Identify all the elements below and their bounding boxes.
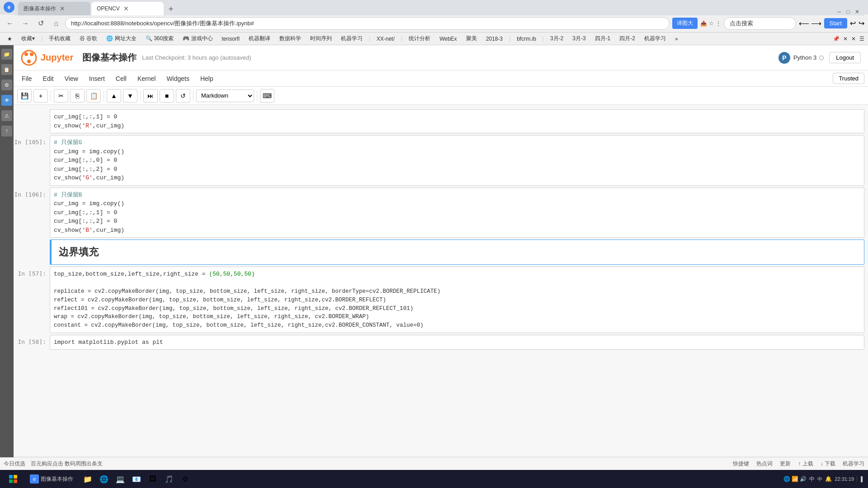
bookmark-more[interactable]: » <box>671 35 682 43</box>
bookmark-ml[interactable]: 机器学习 <box>337 34 366 43</box>
cut-cell-button[interactable]: ✂ <box>54 89 68 103</box>
taskbar-music-icon[interactable]: 🎵 <box>162 472 176 486</box>
bookmark-right-icon3[interactable]: ✕ <box>851 36 856 42</box>
settings-icon[interactable]: ⋮ <box>716 20 721 27</box>
maximize-button[interactable]: □ <box>844 8 852 15</box>
bookmark-webex[interactable]: WebEx <box>436 35 460 43</box>
new-tab-button[interactable]: + <box>165 3 177 15</box>
cell-content-58[interactable]: import matplotlib.pyplot as plt <box>50 335 864 350</box>
taskbar-folder-icon[interactable]: 📁 <box>80 472 95 486</box>
taskbar-item-1[interactable]: e 图像基本操作 <box>26 471 77 487</box>
sidebar-icon-4[interactable]: 👁 <box>1 95 12 106</box>
bookmark-360[interactable]: 🔍 360搜索 <box>142 34 177 43</box>
start-button[interactable]: Start <box>824 18 847 28</box>
markdown-cell-heading[interactable]: 边界填充 <box>50 239 864 265</box>
bookmark-google[interactable]: 谷 谷歌 <box>76 34 101 43</box>
menu-edit[interactable]: Edit <box>38 73 58 84</box>
show-desktop[interactable]: ▐ <box>857 476 863 482</box>
bookmark-right-icon4[interactable]: ☰ <box>859 36 864 42</box>
menu-help[interactable]: Help <box>196 73 218 84</box>
undo-icon[interactable]: ↩ <box>850 19 856 28</box>
tab-inactive[interactable]: 图像基本操作 ✕ <box>18 2 90 15</box>
sidebar-icon-1[interactable]: 📁 <box>1 49 12 60</box>
bookmark-stats[interactable]: 统计分析 <box>405 34 434 43</box>
sidebar-icon-5[interactable]: ⚠ <box>1 110 12 121</box>
bookmark-translate[interactable]: 机器翻译 <box>245 34 274 43</box>
menu-insert[interactable]: Insert <box>85 73 109 84</box>
stop-button[interactable]: ■ <box>160 89 174 103</box>
cell-type-select[interactable]: Markdown Code Raw NBConvert Heading <box>196 89 254 102</box>
bookmark-seq[interactable]: 时间序列 <box>307 34 335 43</box>
menu-file[interactable]: File <box>17 73 37 84</box>
menu-view[interactable]: View <box>60 73 83 84</box>
bookmark-icon[interactable]: ☆ <box>709 20 714 27</box>
bookmark-jm[interactable]: 聚美 <box>462 34 481 43</box>
cell-content-top[interactable]: cur_img[:,:,1] = 0 cv_show('R',cur_img) <box>50 109 864 133</box>
keyboard-shortcuts-button[interactable]: ⌨ <box>260 89 274 103</box>
bookmark-mar2[interactable]: 3月-2 <box>547 34 567 43</box>
sidebar-icon-2[interactable]: 📋 <box>1 64 12 75</box>
taskbar-mail-icon[interactable]: 📧 <box>129 472 144 486</box>
tab-active[interactable]: OPENCV ✕ <box>91 2 164 15</box>
bookmark-xx[interactable]: XX-net/ <box>373 35 398 43</box>
home-button[interactable]: ⌂ <box>50 17 62 30</box>
taskbar-code-icon[interactable]: 💻 <box>113 472 127 486</box>
move-down-button[interactable]: ▼ <box>123 89 137 103</box>
bookmark-mar3[interactable]: 3月-3 <box>569 34 589 43</box>
add-cell-button[interactable]: + <box>33 89 48 103</box>
menu-widgets[interactable]: Widgets <box>162 73 194 84</box>
notebook-content[interactable]: cur_img[:,:,1] = 0 cv_show('R',cur_img) … <box>14 105 868 456</box>
bookmark-star-icon[interactable]: ★ <box>4 35 16 43</box>
code-cell-106[interactable]: # 只保留B cur_img = img.copy() cur_img[:,:,… <box>50 188 864 238</box>
paste-cell-button[interactable]: 📋 <box>86 89 101 103</box>
bookmark-right-icon2[interactable]: ✕ <box>843 36 848 42</box>
logout-button[interactable]: Logout <box>829 52 861 63</box>
bookmark-bfcrm[interactable]: bfcrm.ib <box>513 35 540 43</box>
close-button[interactable]: ✕ <box>854 8 861 15</box>
code-text: cur_img[:,:,1] = 0 <box>54 113 117 120</box>
forward-button[interactable]: → <box>19 17 32 30</box>
bookmark-2018[interactable]: 2018-3 <box>482 35 506 43</box>
redo-icon[interactable]: ↪ <box>859 19 864 28</box>
trusted-button[interactable]: Trusted <box>833 73 864 84</box>
move-up-button[interactable]: ▲ <box>107 89 121 103</box>
taskbar-chrome-icon[interactable]: 🌐 <box>97 472 111 486</box>
translate-button[interactable]: 译图大 <box>672 18 698 29</box>
run-next-button[interactable]: ⏭ <box>143 89 158 103</box>
code-cell-105[interactable]: # 只保留G cur_img = img.copy() cur_img[:,:,… <box>50 135 864 186</box>
save-button[interactable]: 💾 <box>17 89 32 103</box>
search-bar[interactable]: 点击搜索 <box>724 17 796 30</box>
bookmark-url[interactable]: 🌐 网址大全 <box>103 34 140 43</box>
minimize-button[interactable]: ─ <box>835 8 843 15</box>
menu-cell[interactable]: Cell <box>111 73 131 84</box>
bookmark-right-icon1[interactable]: 📌 <box>833 36 840 42</box>
bookmark-apr2[interactable]: 四月-2 <box>616 34 639 43</box>
menu-kernel[interactable]: Kernel <box>133 73 160 84</box>
sidebar-icon-3[interactable]: ⚙ <box>1 80 12 90</box>
bookmark-data[interactable]: 数据科学 <box>276 34 305 43</box>
code-cell-57[interactable]: top_size,bottom_size,left_size,right_siz… <box>50 267 864 333</box>
bookmark-ml2[interactable]: 机器学习 <box>641 34 670 43</box>
restart-button[interactable]: ↺ <box>176 89 190 103</box>
bookmark-tf[interactable]: tensorfl <box>218 35 243 43</box>
address-bar[interactable]: http://localhost:8888/notebooks/opencv/图… <box>65 17 670 30</box>
cell-content-heading[interactable]: 边界填充 <box>50 239 864 265</box>
back-button[interactable]: ← <box>4 17 16 30</box>
cell-content-106[interactable]: # 只保留B cur_img = img.copy() cur_img[:,:,… <box>50 188 864 238</box>
copy-cell-button[interactable]: ⎘ <box>70 89 85 103</box>
taskbar-photos-icon[interactable]: 🖼 <box>146 472 160 486</box>
bookmark-mobile[interactable]: 手机收藏 <box>45 34 74 43</box>
sidebar-icon-6[interactable]: ! <box>1 126 12 136</box>
cell-content-57[interactable]: top_size,bottom_size,left_size,right_siz… <box>50 267 864 333</box>
code-cell-58[interactable]: import matplotlib.pyplot as plt <box>50 335 864 350</box>
tab-active-close-icon[interactable]: ✕ <box>123 5 129 12</box>
taskbar-start-area[interactable] <box>2 471 24 487</box>
cell-content-105[interactable]: # 只保留G cur_img = img.copy() cur_img[:,:,… <box>50 135 864 186</box>
tab-close-icon[interactable]: ✕ <box>60 5 65 12</box>
taskbar-settings-icon[interactable]: ⚙ <box>178 472 193 486</box>
bookmark-apr1[interactable]: 四月-1 <box>591 34 614 43</box>
refresh-button[interactable]: ↺ <box>34 17 47 30</box>
bookmark-game[interactable]: 🎮 游戏中心 <box>179 34 216 43</box>
bookmark-item[interactable]: 收藏▾ <box>18 34 38 43</box>
code-cell-top[interactable]: cur_img[:,:,1] = 0 cv_show('R',cur_img) <box>50 109 864 133</box>
